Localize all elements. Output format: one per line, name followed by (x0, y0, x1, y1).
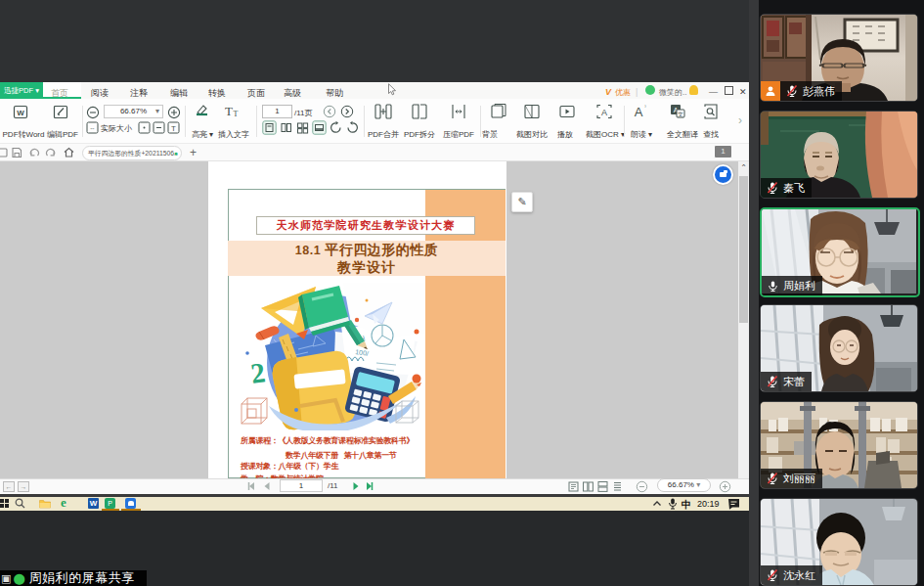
svg-text:A: A (601, 108, 607, 117)
svg-text:⁾: ⁾ (644, 105, 646, 111)
svg-text:T: T (171, 124, 176, 133)
svg-text:⇔: ⇔ (90, 125, 96, 131)
svg-text:T: T (225, 104, 233, 118)
svg-text:A: A (635, 105, 643, 119)
svg-text:2: 2 (248, 356, 267, 389)
svg-text:W: W (17, 109, 24, 117)
svg-text:T: T (234, 110, 239, 118)
svg-text:文: 文 (678, 111, 683, 117)
